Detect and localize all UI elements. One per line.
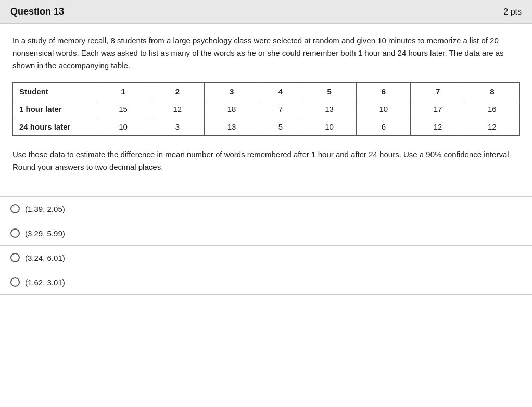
col-header-7: 7 [411, 83, 465, 100]
table-header-row: Student 1 2 3 4 5 6 7 8 [13, 83, 520, 100]
answer-option-4[interactable]: (1.62, 3.01) [0, 270, 532, 295]
table-row-24hours: 24 hours later 10 3 13 5 10 6 12 12 [13, 118, 520, 136]
answer-option-1[interactable]: (1.39, 2.05) [0, 197, 532, 221]
col-header-5: 5 [302, 83, 357, 100]
cell-24hours-6: 6 [357, 118, 411, 136]
row-label-24hours: 24 hours later [13, 118, 96, 136]
cell-24hours-5: 10 [302, 118, 357, 136]
cell-24hours-4: 5 [259, 118, 302, 136]
answer-option-2[interactable]: (3.29, 5.99) [0, 221, 532, 246]
answer-options: (1.39, 2.05) (3.29, 5.99) (3.24, 6.01) (… [0, 196, 532, 295]
option-label-3: (3.24, 6.01) [25, 253, 65, 262]
col-header-student: Student [13, 83, 96, 100]
col-header-8: 8 [465, 83, 519, 100]
question-text: In a study of memory recall, 8 students … [12, 34, 520, 72]
col-header-2: 2 [150, 83, 205, 100]
table-row-1hour: 1 hour later 15 12 18 7 13 10 17 16 [13, 100, 520, 118]
cell-1hour-8: 16 [465, 100, 519, 118]
question-body: In a study of memory recall, 8 students … [0, 24, 532, 196]
col-header-4: 4 [259, 83, 302, 100]
option-label-1: (1.39, 2.05) [25, 205, 65, 213]
cell-24hours-2: 3 [150, 118, 205, 136]
cell-1hour-3: 18 [205, 100, 259, 118]
data-table: Student 1 2 3 4 5 6 7 8 1 hour later 15 … [12, 82, 520, 136]
col-header-3: 3 [205, 83, 259, 100]
cell-24hours-1: 10 [96, 118, 150, 136]
followup-text: Use these data to estimate the differenc… [12, 148, 520, 173]
row-label-1hour: 1 hour later [13, 100, 96, 118]
cell-24hours-3: 13 [205, 118, 259, 136]
radio-opt4[interactable] [10, 277, 20, 287]
cell-24hours-8: 12 [465, 118, 519, 136]
radio-opt3[interactable] [10, 253, 20, 262]
option-label-2: (3.29, 5.99) [25, 229, 65, 238]
question-title: Question 13 [10, 6, 64, 17]
cell-24hours-7: 12 [411, 118, 465, 136]
answer-option-3[interactable]: (3.24, 6.01) [0, 246, 532, 270]
radio-opt1[interactable] [10, 204, 20, 213]
question-header: Question 13 2 pts [0, 0, 532, 24]
cell-1hour-5: 13 [302, 100, 357, 118]
cell-1hour-7: 17 [411, 100, 465, 118]
col-header-6: 6 [357, 83, 411, 100]
cell-1hour-2: 12 [150, 100, 205, 118]
cell-1hour-1: 15 [96, 100, 150, 118]
cell-1hour-6: 10 [357, 100, 411, 118]
question-points: 2 pts [503, 7, 522, 17]
option-label-4: (1.62, 3.01) [25, 278, 65, 287]
page-container: Question 13 2 pts In a study of memory r… [0, 0, 532, 407]
cell-1hour-4: 7 [259, 100, 302, 118]
radio-opt2[interactable] [10, 228, 20, 238]
col-header-1: 1 [96, 83, 150, 100]
